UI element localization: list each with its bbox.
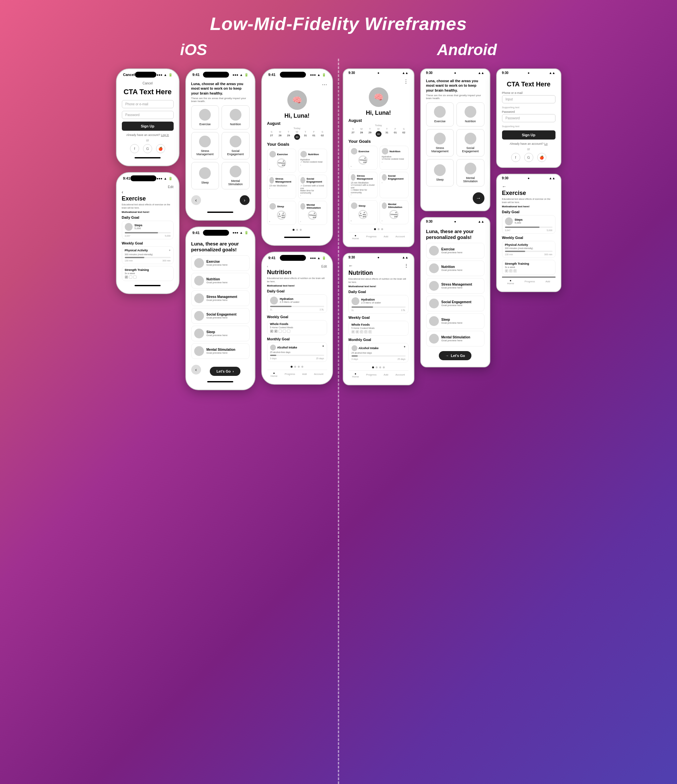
android-next-fab[interactable]: → xyxy=(473,192,484,204)
android-ex-tab-home[interactable]: Home xyxy=(507,280,514,285)
android-section: 9:30 ● ▲▲ ⋮ 🧠 Hi, Luna! August Today S M… xyxy=(343,68,561,385)
personal-goal-mental: Mental Stimulation Goal preview here xyxy=(191,343,250,359)
android-goal-sleep[interactable]: Sleep xyxy=(426,159,454,187)
personal-goal-stress: Stress Management Goal preview here xyxy=(191,291,250,306)
next-nav-button[interactable]: › xyxy=(240,195,250,205)
android-personal-goal-stress: Stress Management Goal preview here xyxy=(426,278,484,294)
personal-goal-exercise: Exercise Goal preview here xyxy=(191,255,250,271)
ios-signup-phone: Cancel ●●●▲🔋 Cancel CTA Text Here Phone … xyxy=(116,68,180,166)
wf-check-1[interactable]: ✓ xyxy=(270,330,273,333)
android-wf-check-3[interactable]: ☐ xyxy=(360,330,363,333)
android-nutrition-more[interactable]: ⋮ xyxy=(404,263,408,268)
exercise-back-button[interactable]: ‹ xyxy=(122,190,174,194)
cal-day-t2: T xyxy=(303,131,309,133)
android-wf-check-2[interactable]: ☑ xyxy=(356,330,359,333)
page-title: Low-Mid-Fidelity Wireframes xyxy=(0,0,677,41)
android-month: August xyxy=(349,118,408,123)
goal-social[interactable]: Social Engagement xyxy=(222,132,250,159)
android-or-divider: or xyxy=(502,147,556,151)
goal-nutrition[interactable]: Nutrition xyxy=(222,105,250,129)
cal-date-27[interactable]: 27 xyxy=(269,134,275,140)
android-password-input[interactable]: Password xyxy=(502,114,556,122)
android-nutrition-back[interactable]: ← xyxy=(349,263,353,268)
lets-go-button[interactable]: Let's Go› xyxy=(210,367,240,376)
personalized-title: Luna, these are your personalized goals! xyxy=(191,241,250,253)
time-label: Cancel xyxy=(123,73,135,76)
wf-check-3[interactable] xyxy=(279,330,282,333)
android-phone-input[interactable]: Input xyxy=(502,95,556,103)
wf-check-5[interactable] xyxy=(287,330,290,333)
android-nutrition-desc: Educational text about effects of nutrit… xyxy=(349,277,408,284)
android-signup-button[interactable]: Sign Up xyxy=(502,131,556,140)
android-personalized-title: Luna, these are your personalized goals! xyxy=(426,229,484,240)
android-goal-social[interactable]: Social Engagement xyxy=(457,129,484,157)
personal-goal-sleep: Sleep Goal preview here xyxy=(191,326,250,341)
ios-nutrition-phone: 9:41 ●●●▲🔋 ‹ Edit Nutrition Educational … xyxy=(261,252,333,385)
facebook-button[interactable]: f xyxy=(130,144,139,153)
android-lets-go-button[interactable]: →Let's Go xyxy=(439,351,472,360)
tab-progress[interactable]: Progress xyxy=(285,373,295,378)
android-exercise-back[interactable]: ← xyxy=(502,184,556,189)
android-str-check-1[interactable]: ☑ xyxy=(505,269,508,272)
android-exercise-desc: Educational text about effects of exerci… xyxy=(502,198,556,204)
personal-goal-social: Social Engagement Goal preview here xyxy=(191,308,250,324)
back-nav-button[interactable]: ‹ xyxy=(191,195,201,205)
cal-date-01[interactable]: 01 xyxy=(311,134,317,140)
cal-date-29[interactable]: 29 xyxy=(286,134,292,140)
prev-button[interactable]: ‹ xyxy=(191,365,201,375)
tab-home[interactable]: Home xyxy=(270,373,277,378)
wf-check-2[interactable]: ✓ xyxy=(274,330,278,333)
nutrition-title: Nutrition xyxy=(267,269,327,276)
android-wf-check-5[interactable]: ☐ xyxy=(368,330,372,333)
goal-sleep[interactable]: Sleep xyxy=(191,162,219,190)
goal-exercise[interactable]: Exercise xyxy=(191,105,219,129)
edit-button[interactable]: Edit xyxy=(168,185,173,189)
goal-stress[interactable]: Stress Management xyxy=(191,132,219,159)
apple-button[interactable]: 🍎 xyxy=(156,144,165,153)
android-wf-check-1[interactable]: ☑ xyxy=(351,330,355,333)
android-apple-button[interactable]: 🍎 xyxy=(537,153,547,162)
android-goal-mental[interactable]: Mental Stimulation xyxy=(457,159,484,187)
phone-input[interactable]: Phone or e-mail xyxy=(122,100,174,108)
ios-section: Cancel ●●●▲🔋 Cancel CTA Text Here Phone … xyxy=(116,68,333,390)
cancel-button[interactable]: Cancel xyxy=(122,81,174,85)
android-tab-home[interactable]: Home xyxy=(352,235,359,240)
android-str-check-3[interactable]: ☐ xyxy=(514,269,517,272)
android-nut-tab-home[interactable]: Home xyxy=(352,373,359,378)
cal-date-31[interactable]: 31 xyxy=(303,134,309,140)
cal-date-02[interactable]: 02 xyxy=(320,134,326,140)
android-wf-check-4[interactable]: ☐ xyxy=(364,330,368,333)
tab-account[interactable]: Account xyxy=(314,373,323,378)
nutrition-motivational: Motivational text here! xyxy=(267,284,327,287)
checkbox-1[interactable]: ✓ xyxy=(125,275,128,279)
android-signup-phone: 9:30 ● ▲▲ CTA Text Here Phone or e-mail … xyxy=(496,68,561,168)
checkbox-3[interactable] xyxy=(133,275,137,279)
nutrition-back-button[interactable]: ‹ xyxy=(267,265,268,268)
password-input[interactable]: Password xyxy=(122,111,174,119)
android-goal-stress[interactable]: Stress Management xyxy=(426,129,454,157)
cal-date-28[interactable]: 28 xyxy=(277,134,283,140)
android-tab-progress[interactable]: Progress xyxy=(366,235,377,240)
android-goal-exercise[interactable]: Exercise xyxy=(426,103,454,126)
tab-add[interactable]: Add xyxy=(302,373,307,378)
android-tab-account[interactable]: Account xyxy=(396,235,405,240)
android-ex-tab-progress[interactable]: Progress xyxy=(525,280,535,285)
checkbox-2[interactable] xyxy=(129,275,132,279)
android-nut-tab-account[interactable]: Account xyxy=(396,373,405,378)
android-goal-nutrition[interactable]: Nutrition xyxy=(457,103,484,126)
google-button[interactable]: G xyxy=(143,144,152,153)
exercise-title: Exercise xyxy=(122,195,174,202)
nutrition-edit-button[interactable]: Edit xyxy=(321,265,327,268)
android-ex-tab-add[interactable]: Add xyxy=(545,280,550,285)
wf-check-4[interactable] xyxy=(283,330,286,333)
goal-mental[interactable]: Mental Stimulation xyxy=(222,162,250,190)
android-nut-tab-progress[interactable]: Progress xyxy=(366,373,377,378)
android-google-button[interactable]: G xyxy=(524,153,533,162)
cal-date-30[interactable]: 30 xyxy=(294,134,300,140)
ios-dashboard-phone: 9:41 ●●●▲🔋 ⋯ 🧠 Hi, Luna! August Today S … xyxy=(261,68,333,246)
android-tab-add[interactable]: Add xyxy=(384,235,388,240)
android-nut-tab-add[interactable]: Add xyxy=(384,373,388,378)
android-str-check-2[interactable]: ☐ xyxy=(509,269,512,272)
signup-button[interactable]: Sign Up xyxy=(122,121,174,131)
android-facebook-button[interactable]: f xyxy=(511,153,520,162)
